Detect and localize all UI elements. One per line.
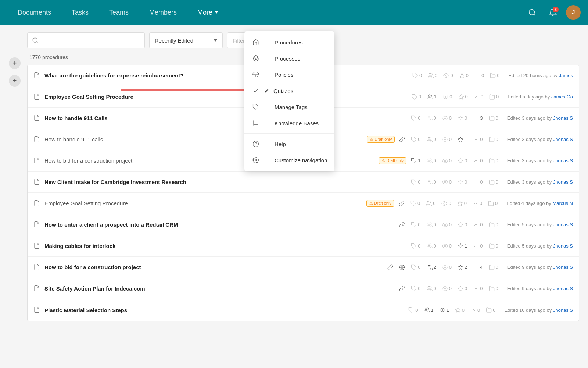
- search-box[interactable]: [27, 32, 145, 48]
- table-row[interactable]: How to enter a client a prospect into a …: [28, 214, 579, 235]
- procedure-title: How to handle 911 Calls: [44, 115, 406, 121]
- search-input[interactable]: [42, 37, 140, 44]
- members-count: 0: [426, 201, 435, 206]
- views-count: 0: [442, 179, 452, 185]
- editor-link[interactable]: Jhonas S: [553, 243, 573, 249]
- dropdown-item-quizzes[interactable]: ✓ Quizzes: [244, 83, 334, 99]
- edited-text: Edited 5 days ago by Jhonas S: [507, 243, 573, 249]
- views-count: 0: [442, 158, 452, 164]
- edited-text: Edited 9 days ago by Jhonas S: [507, 264, 573, 270]
- edited-text: Edited 4 days ago by Marcus N: [506, 201, 573, 206]
- editor-link[interactable]: Jhonas S: [553, 115, 573, 121]
- nav-documents[interactable]: Documents: [7, 0, 61, 25]
- votes-count: 3: [473, 115, 483, 121]
- procedure-title: Plastic Material Selection Steps: [44, 307, 404, 313]
- notifications-button[interactable]: 3: [545, 5, 560, 20]
- members-count: 0: [427, 222, 436, 228]
- editor-link[interactable]: Jhonas S: [553, 179, 573, 185]
- editor-link[interactable]: James Ga: [551, 94, 573, 100]
- table-row[interactable]: Employee Goal Setting Procedure ⚠ Draft …: [28, 193, 579, 214]
- search-button[interactable]: [525, 5, 539, 20]
- nav-members[interactable]: Members: [139, 0, 187, 25]
- procedure-title: How to bid for a construction project: [44, 264, 383, 270]
- members-count: 2: [427, 264, 436, 270]
- table-row[interactable]: Plastic Material Selection Steps 0 1 1 0…: [28, 299, 579, 321]
- table-row[interactable]: Making cables for interlock 0 0 0 1 0 0 …: [28, 235, 579, 257]
- tags-count: 0: [411, 222, 420, 228]
- editor-link[interactable]: Jhonas S: [553, 137, 573, 142]
- votes-count: 0: [474, 94, 483, 100]
- editor-link[interactable]: Jhonas S: [553, 158, 573, 163]
- views-count: 0: [443, 73, 453, 79]
- editor-link[interactable]: Jhonas S: [553, 286, 573, 291]
- dropdown-item-customize-navigation[interactable]: Customize navigation: [244, 152, 334, 168]
- views-count: 0: [442, 137, 452, 142]
- doc-icon: [33, 178, 40, 185]
- nav-more[interactable]: More: [187, 0, 229, 25]
- add-button-2[interactable]: +: [9, 75, 21, 87]
- votes-count: 0: [473, 179, 483, 185]
- svg-marker-39: [458, 243, 463, 248]
- search-box-icon: [32, 37, 39, 44]
- proc-meta: 0 1 1 0 0 0 Edited 10 days ago by Jhonas…: [408, 307, 573, 313]
- folders-count: 0: [489, 137, 498, 142]
- table-row[interactable]: How to bid for a construction project 0 …: [28, 257, 579, 278]
- notification-badge: 3: [553, 7, 559, 12]
- check-mark: ✓: [264, 87, 269, 94]
- proc-meta: 0 0 0 0 0 0 Edited 4 days ago by Marcus …: [399, 201, 573, 206]
- table-row[interactable]: New Client Intake for Cambridge Investme…: [28, 172, 579, 193]
- dropdown-item-processes[interactable]: Processes: [244, 50, 334, 66]
- add-button-1[interactable]: +: [9, 57, 21, 69]
- tags-count: 0: [411, 115, 420, 121]
- svg-point-34: [444, 224, 446, 226]
- editor-link[interactable]: Jhonas S: [553, 222, 573, 227]
- dropdown-item-procedures[interactable]: Procedures: [244, 34, 334, 50]
- edited-text: Edited 3 days ago by Jhonas S: [507, 158, 573, 163]
- svg-point-44: [444, 267, 446, 268]
- edited-text: Edited 10 days ago by Jhonas S: [505, 307, 573, 313]
- left-actions: + +: [9, 54, 21, 90]
- svg-point-38: [444, 245, 446, 247]
- votes-count: 4: [473, 264, 483, 270]
- members-count: 0: [428, 73, 437, 79]
- table-row[interactable]: Site Safety Action Plan for Indeca.com 0…: [28, 278, 579, 299]
- dropdown-item-help[interactable]: Help: [244, 136, 334, 152]
- home-icon: [252, 38, 260, 46]
- edited-text: Edited a day ago by James Ga: [508, 94, 573, 100]
- svg-marker-31: [458, 201, 462, 206]
- votes-count: 0: [473, 158, 483, 164]
- dropdown-item-policies[interactable]: Policies: [244, 66, 334, 83]
- doc-icon: [33, 115, 40, 121]
- proc-meta: 0 2 0 2 4 0 Edited 9 days ago by Jhonas …: [387, 264, 573, 270]
- svg-point-9: [428, 95, 430, 97]
- editor-link[interactable]: Jhonas S: [553, 307, 573, 313]
- svg-marker-23: [458, 158, 463, 163]
- svg-line-3: [36, 42, 37, 43]
- editor-link[interactable]: Jhonas S: [553, 264, 573, 270]
- nav-tasks[interactable]: Tasks: [61, 0, 99, 25]
- tags-count: 0: [410, 201, 420, 206]
- folders-count: 0: [489, 179, 498, 185]
- members-count: 0: [427, 115, 436, 121]
- procedure-title: Employee Goal Setting Procedure: [44, 200, 363, 206]
- editor-link[interactable]: Marcus N: [552, 201, 573, 206]
- dropdown-item-label: Processes: [275, 55, 300, 62]
- doc-icon: [33, 72, 40, 79]
- proc-meta: 0 0 0 0 0 0 Edited 5 days ago by Jhonas …: [399, 222, 573, 228]
- doc-icon: [33, 93, 40, 100]
- editor-link[interactable]: James: [559, 73, 573, 78]
- quizzes-count: 0: [455, 307, 465, 313]
- dropdown-item-knowledge-bases[interactable]: Knowledge Bases: [244, 115, 334, 131]
- tag-icon: [252, 103, 260, 111]
- proc-meta: 0 0 0 1 0 0 Edited 3 days ago by Jhonas …: [399, 137, 573, 142]
- svg-marker-11: [459, 94, 463, 99]
- umbrella-icon: [252, 71, 260, 79]
- svg-marker-35: [458, 222, 463, 227]
- user-avatar[interactable]: J: [566, 5, 581, 20]
- dropdown-item-manage-tags[interactable]: Manage Tags: [244, 99, 334, 115]
- recently-edited-dropdown[interactable]: Recently Edited: [149, 32, 223, 48]
- draft-badge: ⚠ Draft only: [379, 157, 406, 164]
- folders-count: 0: [489, 94, 499, 100]
- nav-teams[interactable]: Teams: [99, 0, 139, 25]
- svg-point-21: [428, 159, 430, 160]
